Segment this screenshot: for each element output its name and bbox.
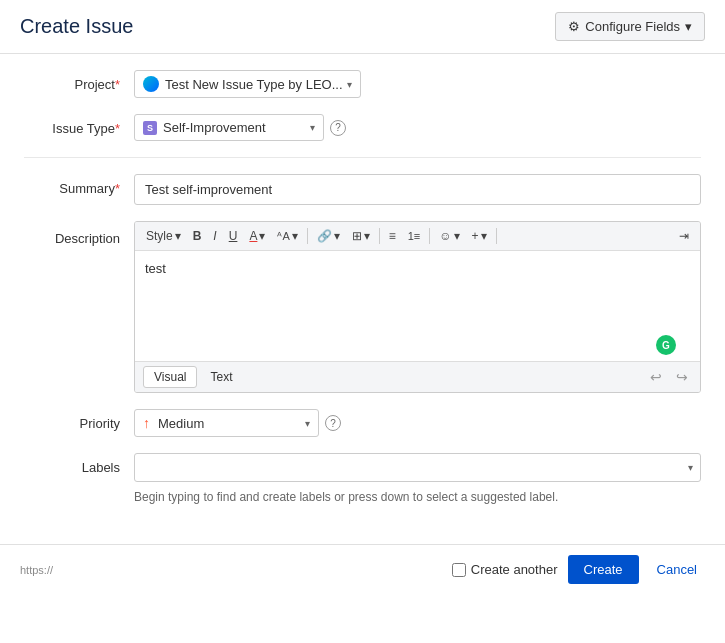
footer-left: https:// <box>20 564 53 576</box>
italic-button[interactable]: I <box>208 226 221 246</box>
undo-button[interactable]: ↩ <box>646 367 666 387</box>
style-chevron-icon: ▾ <box>175 229 181 243</box>
project-icon <box>143 76 159 92</box>
priority-field: ↑ Medium ▾ ? <box>134 409 701 437</box>
configure-fields-button[interactable]: ⚙ Configure Fields ▾ <box>555 12 705 41</box>
priority-row: Priority ↑ Medium ▾ ? <box>24 409 701 437</box>
description-content[interactable]: test <box>135 251 700 361</box>
labels-input-wrapper: ▾ <box>134 453 701 482</box>
issue-type-help-icon[interactable]: ? <box>330 120 346 136</box>
editor-toolbar: Style ▾ B I U A ▾ ᴬA ▾ <box>135 222 700 251</box>
project-select-text: Test New Issue Type by LEO... <box>165 77 343 92</box>
editor-tabs: Visual Text <box>143 366 243 388</box>
color-chevron-icon: ▾ <box>259 229 265 243</box>
issue-type-select[interactable]: S Self-Improvement ▾ <box>134 114 324 141</box>
redo-button[interactable]: ↪ <box>672 367 692 387</box>
form-divider <box>24 157 701 158</box>
create-another-wrapper: Create another <box>452 562 558 577</box>
number-list-icon: 1≡ <box>408 230 421 242</box>
link-icon: 🔗 <box>317 229 332 243</box>
toolbar-separator-3 <box>429 228 430 244</box>
gear-icon: ⚙ <box>568 19 580 34</box>
page-title: Create Issue <box>20 15 133 38</box>
project-label: Project* <box>24 70 134 92</box>
emoji-button[interactable]: ☺ ▾ <box>434 226 464 246</box>
issue-type-field: S Self-Improvement ▾ ? <box>134 114 701 141</box>
configure-fields-label: Configure Fields <box>585 19 680 34</box>
labels-input[interactable] <box>134 453 701 482</box>
issue-type-label: Issue Type* <box>24 114 134 136</box>
more-chevron-icon: ▾ <box>481 229 487 243</box>
number-list-button[interactable]: 1≡ <box>403 227 426 245</box>
font-size-button[interactable]: ᴬA ▾ <box>272 226 302 246</box>
description-editor: Style ▾ B I U A ▾ ᴬA ▾ <box>134 221 701 393</box>
toolbar-separator-1 <box>307 228 308 244</box>
project-row: Project* Test New Issue Type by LEO... ▾ <box>24 70 701 98</box>
collapse-button[interactable]: ⇥ <box>674 226 694 246</box>
issue-type-row: Issue Type* S Self-Improvement ▾ ? <box>24 114 701 141</box>
bullet-list-button[interactable]: ≡ <box>384 226 401 246</box>
description-label: Description <box>24 221 134 246</box>
editor-footer: Visual Text ↩ ↪ <box>135 361 700 392</box>
description-row: Description Style ▾ B I U A ▾ <box>24 221 701 393</box>
labels-label: Labels <box>24 453 134 475</box>
toolbar-separator-2 <box>379 228 380 244</box>
labels-row: Labels ▾ Begin typing to find and create… <box>24 453 701 504</box>
attachment-button[interactable]: ⊞ ▾ <box>347 226 375 246</box>
summary-field <box>134 174 701 205</box>
priority-dropdown-arrow: ▾ <box>305 418 310 429</box>
create-button[interactable]: Create <box>568 555 639 584</box>
collapse-icon: ⇥ <box>679 229 689 243</box>
more-button[interactable]: + ▾ <box>467 226 492 246</box>
form-body: Project* Test New Issue Type by LEO... ▾… <box>0 54 725 536</box>
priority-label: Priority <box>24 409 134 431</box>
style-dropdown-button[interactable]: Style ▾ <box>141 226 186 246</box>
more-icon: + <box>472 229 479 243</box>
labels-field: ▾ Begin typing to find and create labels… <box>134 453 701 504</box>
tab-text[interactable]: Text <box>199 366 243 388</box>
tab-visual[interactable]: Visual <box>143 366 197 388</box>
attachment-icon: ⊞ <box>352 229 362 243</box>
summary-row: Summary* <box>24 174 701 205</box>
issue-type-icon: S <box>143 121 157 135</box>
priority-icon: ↑ <box>143 415 150 431</box>
text-color-button[interactable]: A ▾ <box>244 226 270 246</box>
summary-label: Summary* <box>24 174 134 196</box>
url-preview: https:// <box>20 564 53 576</box>
issue-type-select-text: Self-Improvement <box>163 120 306 135</box>
description-field: Style ▾ B I U A ▾ ᴬA ▾ <box>134 221 701 393</box>
emoji-chevron-icon: ▾ <box>454 229 460 243</box>
labels-hint: Begin typing to find and create labels o… <box>134 490 701 504</box>
dialog-footer: https:// Create another Create Cancel <box>0 544 725 594</box>
priority-help-icon[interactable]: ? <box>325 415 341 431</box>
create-another-checkbox[interactable] <box>452 563 466 577</box>
link-button[interactable]: 🔗 ▾ <box>312 226 345 246</box>
issue-type-dropdown-arrow: ▾ <box>310 122 315 133</box>
attachment-chevron-icon: ▾ <box>364 229 370 243</box>
style-label: Style <box>146 229 173 243</box>
link-chevron-icon: ▾ <box>334 229 340 243</box>
font-size-chevron-icon: ▾ <box>292 229 298 243</box>
project-field: Test New Issue Type by LEO... ▾ <box>134 70 701 98</box>
create-another-label: Create another <box>471 562 558 577</box>
emoji-icon: ☺ <box>439 229 451 243</box>
bold-button[interactable]: B <box>188 226 207 246</box>
priority-select-text: Medium <box>158 416 301 431</box>
chevron-down-icon: ▾ <box>685 19 692 34</box>
toolbar-separator-4 <box>496 228 497 244</box>
bullet-list-icon: ≡ <box>389 229 396 243</box>
summary-input[interactable] <box>134 174 701 205</box>
editor-actions: ↩ ↪ <box>646 367 692 387</box>
dialog-header: Create Issue ⚙ Configure Fields ▾ <box>0 0 725 54</box>
priority-select[interactable]: ↑ Medium ▾ <box>134 409 319 437</box>
cancel-button[interactable]: Cancel <box>649 555 705 584</box>
project-select[interactable]: Test New Issue Type by LEO... ▾ <box>134 70 361 98</box>
grammarly-icon[interactable]: G <box>656 335 676 355</box>
font-size-label: ᴬA <box>277 230 289 243</box>
underline-button[interactable]: U <box>224 226 243 246</box>
project-dropdown-arrow: ▾ <box>347 79 352 90</box>
